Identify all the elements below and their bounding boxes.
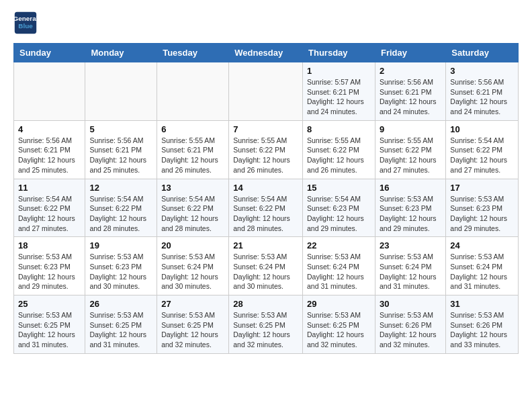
logo-icon: General Blue [13, 11, 38, 35]
day-cell: 6Sunrise: 5:55 AM Sunset: 6:21 PM Daylig… [157, 120, 229, 179]
day-cell: 7Sunrise: 5:55 AM Sunset: 6:22 PM Daylig… [229, 120, 303, 179]
day-number: 21 [233, 240, 298, 250]
day-cell: 4Sunrise: 5:56 AM Sunset: 6:21 PM Daylig… [14, 120, 85, 179]
day-cell: 3Sunrise: 5:56 AM Sunset: 6:21 PM Daylig… [446, 62, 519, 121]
day-info: Sunrise: 5:54 AM Sunset: 6:22 PM Dayligh… [233, 194, 298, 234]
day-info: Sunrise: 5:53 AM Sunset: 6:26 PM Dayligh… [450, 310, 514, 350]
day-info: Sunrise: 5:53 AM Sunset: 6:23 PM Dayligh… [450, 194, 514, 234]
day-info: Sunrise: 5:53 AM Sunset: 6:23 PM Dayligh… [89, 252, 152, 291]
day-info: Sunrise: 5:53 AM Sunset: 6:26 PM Dayligh… [380, 310, 441, 350]
day-info: Sunrise: 5:53 AM Sunset: 6:24 PM Dayligh… [161, 252, 224, 291]
day-number: 2 [380, 66, 441, 76]
day-info: Sunrise: 5:53 AM Sunset: 6:25 PM Dayligh… [18, 310, 81, 350]
day-cell: 15Sunrise: 5:54 AM Sunset: 6:23 PM Dayli… [303, 179, 375, 237]
day-cell: 27Sunrise: 5:53 AM Sunset: 6:25 PM Dayli… [157, 295, 229, 354]
day-info: Sunrise: 5:57 AM Sunset: 6:21 PM Dayligh… [307, 77, 371, 117]
day-cell: 20Sunrise: 5:53 AM Sunset: 6:24 PM Dayli… [157, 237, 229, 295]
day-number: 11 [18, 183, 81, 193]
day-number: 19 [89, 240, 152, 250]
day-info: Sunrise: 5:54 AM Sunset: 6:23 PM Dayligh… [307, 194, 371, 234]
day-cell: 8Sunrise: 5:55 AM Sunset: 6:22 PM Daylig… [303, 120, 375, 179]
day-cell: 16Sunrise: 5:53 AM Sunset: 6:23 PM Dayli… [375, 179, 445, 237]
day-cell: 11Sunrise: 5:54 AM Sunset: 6:22 PM Dayli… [14, 179, 85, 237]
week-row-5: 25Sunrise: 5:53 AM Sunset: 6:25 PM Dayli… [14, 295, 519, 354]
day-info: Sunrise: 5:53 AM Sunset: 6:25 PM Dayligh… [161, 310, 224, 350]
day-cell [229, 62, 303, 121]
day-number: 10 [450, 124, 514, 134]
day-number: 12 [89, 183, 152, 193]
day-cell: 26Sunrise: 5:53 AM Sunset: 6:25 PM Dayli… [85, 295, 157, 354]
weekday-header-sunday: Sunday [14, 44, 85, 62]
day-number: 13 [161, 183, 224, 193]
weekday-header-friday: Friday [375, 44, 445, 62]
day-number: 23 [380, 240, 441, 250]
day-number: 1 [307, 66, 371, 76]
day-cell: 29Sunrise: 5:53 AM Sunset: 6:25 PM Dayli… [303, 295, 375, 354]
day-number: 3 [450, 66, 514, 76]
day-info: Sunrise: 5:56 AM Sunset: 6:21 PM Dayligh… [450, 77, 514, 117]
day-number: 31 [450, 299, 514, 309]
day-info: Sunrise: 5:56 AM Sunset: 6:21 PM Dayligh… [18, 136, 81, 175]
day-info: Sunrise: 5:54 AM Sunset: 6:22 PM Dayligh… [18, 194, 81, 234]
day-number: 28 [233, 299, 298, 309]
day-cell: 19Sunrise: 5:53 AM Sunset: 6:23 PM Dayli… [85, 237, 157, 295]
day-info: Sunrise: 5:54 AM Sunset: 6:22 PM Dayligh… [450, 136, 514, 175]
weekday-header-wednesday: Wednesday [229, 44, 303, 62]
day-cell: 5Sunrise: 5:56 AM Sunset: 6:21 PM Daylig… [85, 120, 157, 179]
day-cell: 28Sunrise: 5:53 AM Sunset: 6:25 PM Dayli… [229, 295, 303, 354]
day-info: Sunrise: 5:56 AM Sunset: 6:21 PM Dayligh… [89, 136, 152, 175]
day-cell [14, 62, 85, 121]
day-cell [157, 62, 229, 121]
day-cell: 25Sunrise: 5:53 AM Sunset: 6:25 PM Dayli… [14, 295, 85, 354]
day-cell: 1Sunrise: 5:57 AM Sunset: 6:21 PM Daylig… [303, 62, 375, 121]
weekday-header-monday: Monday [85, 44, 157, 62]
day-cell: 17Sunrise: 5:53 AM Sunset: 6:23 PM Dayli… [446, 179, 519, 237]
day-number: 20 [161, 240, 224, 250]
day-info: Sunrise: 5:55 AM Sunset: 6:21 PM Dayligh… [161, 136, 224, 175]
weekday-header-thursday: Thursday [303, 44, 375, 62]
day-number: 16 [380, 183, 441, 193]
day-number: 22 [307, 240, 371, 250]
logo: General Blue [13, 11, 40, 35]
day-cell: 9Sunrise: 5:55 AM Sunset: 6:22 PM Daylig… [375, 120, 445, 179]
day-info: Sunrise: 5:53 AM Sunset: 6:24 PM Dayligh… [450, 252, 514, 291]
day-info: Sunrise: 5:53 AM Sunset: 6:25 PM Dayligh… [89, 310, 152, 350]
day-cell: 13Sunrise: 5:54 AM Sunset: 6:22 PM Dayli… [157, 179, 229, 237]
week-row-1: 1Sunrise: 5:57 AM Sunset: 6:21 PM Daylig… [14, 62, 519, 121]
day-number: 9 [380, 124, 441, 134]
day-number: 30 [380, 299, 441, 309]
day-number: 24 [450, 240, 514, 250]
day-info: Sunrise: 5:53 AM Sunset: 6:23 PM Dayligh… [18, 252, 81, 291]
day-number: 29 [307, 299, 371, 309]
day-info: Sunrise: 5:53 AM Sunset: 6:25 PM Dayligh… [233, 310, 298, 350]
day-cell: 23Sunrise: 5:53 AM Sunset: 6:24 PM Dayli… [375, 237, 445, 295]
day-info: Sunrise: 5:53 AM Sunset: 6:24 PM Dayligh… [233, 252, 298, 291]
day-info: Sunrise: 5:55 AM Sunset: 6:22 PM Dayligh… [380, 136, 441, 175]
day-info: Sunrise: 5:55 AM Sunset: 6:22 PM Dayligh… [233, 136, 298, 175]
day-number: 14 [233, 183, 298, 193]
day-info: Sunrise: 5:54 AM Sunset: 6:22 PM Dayligh… [89, 194, 152, 234]
weekday-header-tuesday: Tuesday [157, 44, 229, 62]
day-number: 5 [89, 124, 152, 134]
day-info: Sunrise: 5:53 AM Sunset: 6:23 PM Dayligh… [380, 194, 441, 234]
day-cell: 14Sunrise: 5:54 AM Sunset: 6:22 PM Dayli… [229, 179, 303, 237]
day-info: Sunrise: 5:56 AM Sunset: 6:21 PM Dayligh… [380, 77, 441, 117]
page: General Blue SundayMondayTuesdayWednesda… [0, 0, 532, 365]
day-cell: 24Sunrise: 5:53 AM Sunset: 6:24 PM Dayli… [446, 237, 519, 295]
day-cell: 22Sunrise: 5:53 AM Sunset: 6:24 PM Dayli… [303, 237, 375, 295]
day-cell: 10Sunrise: 5:54 AM Sunset: 6:22 PM Dayli… [446, 120, 519, 179]
svg-text:Blue: Blue [18, 22, 33, 30]
weekday-header-saturday: Saturday [446, 44, 519, 62]
day-number: 25 [18, 299, 81, 309]
week-row-2: 4Sunrise: 5:56 AM Sunset: 6:21 PM Daylig… [14, 120, 519, 179]
day-info: Sunrise: 5:53 AM Sunset: 6:24 PM Dayligh… [307, 252, 371, 291]
svg-text:General: General [13, 15, 38, 22]
header: General Blue [13, 11, 519, 35]
day-number: 27 [161, 299, 224, 309]
day-cell: 18Sunrise: 5:53 AM Sunset: 6:23 PM Dayli… [14, 237, 85, 295]
day-cell [85, 62, 157, 121]
weekday-header-row: SundayMondayTuesdayWednesdayThursdayFrid… [14, 44, 519, 62]
day-cell: 30Sunrise: 5:53 AM Sunset: 6:26 PM Dayli… [375, 295, 445, 354]
week-row-4: 18Sunrise: 5:53 AM Sunset: 6:23 PM Dayli… [14, 237, 519, 295]
day-number: 26 [89, 299, 152, 309]
